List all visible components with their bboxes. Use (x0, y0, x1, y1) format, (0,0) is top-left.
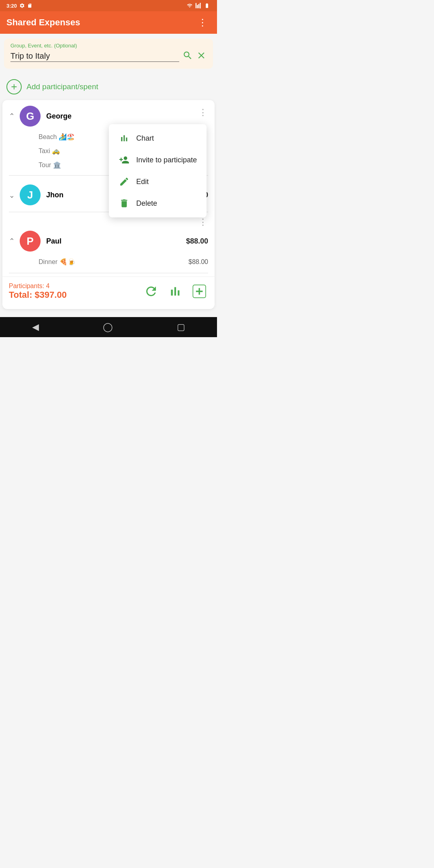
invite-menu-icon (119, 155, 130, 165)
plus-icon (10, 82, 18, 91)
app-menu-button[interactable]: ⋮ (194, 14, 211, 31)
delete-menu-label: Delete (136, 199, 157, 208)
george-collapse-btn[interactable]: ⌃ (9, 112, 15, 121)
paul-more-button[interactable]: ⋮ (2, 215, 211, 229)
paul-avatar: P (20, 231, 41, 252)
battery-icon (203, 3, 211, 8)
signal-icon (195, 3, 201, 8)
settings-icon (19, 3, 25, 8)
refresh-button[interactable] (142, 283, 160, 300)
clear-icon (196, 50, 207, 61)
search-input[interactable] (10, 51, 179, 62)
george-name: George (46, 112, 208, 121)
add-export-button[interactable] (190, 283, 208, 300)
app-bar: Shared Expenses ⋮ (0, 11, 217, 34)
search-icon (182, 50, 193, 61)
nav-back-button[interactable]: ◀ (24, 319, 47, 336)
footer-actions (142, 283, 208, 300)
sdcard-icon (27, 3, 32, 8)
search-box: Group, Event, etc. (Optional) (4, 39, 213, 69)
footer-bar: Participants: 4 Total: $397.00 (2, 276, 215, 305)
chart-menu-label: Chart (136, 134, 154, 143)
chart-footer-icon (168, 284, 182, 299)
paul-amount: $88.00 (186, 237, 208, 246)
jhon-expand-btn[interactable]: ⌃ (9, 190, 15, 199)
clear-button[interactable] (196, 50, 207, 63)
totals-section: Participants: 4 Total: $397.00 (9, 283, 67, 300)
jhon-avatar: J (20, 184, 41, 205)
edit-menu-label: Edit (136, 178, 149, 186)
menu-item-chart[interactable]: Chart (109, 127, 207, 149)
context-menu: Chart Invite to participate Edit Delete (109, 124, 207, 217)
menu-item-edit[interactable]: Edit (109, 171, 207, 192)
nav-recent-button[interactable]: ▢ (169, 319, 193, 336)
invite-menu-label: Invite to participate (136, 156, 197, 164)
nav-bar: ◀ ◯ ▢ (0, 317, 217, 337)
divider-paul-footer (9, 273, 208, 273)
paul-expense-dinner: Dinner 🍕🍺 $88.00 (2, 255, 215, 269)
paul-row: ⌃ P Paul $88.00 (2, 229, 215, 255)
participants-count: Participants: 4 (9, 283, 67, 290)
menu-item-delete[interactable]: Delete (109, 192, 207, 214)
refresh-icon (144, 284, 158, 299)
add-participant-label: Add participant/spent (27, 82, 98, 91)
total-amount: Total: $397.00 (9, 290, 67, 300)
chart-button[interactable] (166, 283, 184, 300)
status-bar: 3:20 (0, 0, 217, 11)
wifi-icon (186, 3, 193, 8)
search-label: Group, Event, etc. (Optional) (10, 43, 207, 49)
chart-menu-icon (119, 133, 130, 143)
menu-item-invite[interactable]: Invite to participate (109, 149, 207, 171)
search-button[interactable] (182, 50, 193, 63)
edit-menu-icon (119, 176, 130, 187)
participants-card: ⋮ Chart Invite to participate Edit Delet… (2, 100, 215, 309)
status-time: 3:20 (6, 3, 17, 9)
nav-home-button[interactable]: ◯ (95, 319, 121, 336)
delete-menu-icon (119, 198, 130, 209)
george-avatar: G (20, 106, 41, 127)
add-participant-button[interactable]: Add participant/spent (0, 74, 217, 100)
add-export-icon (191, 283, 207, 299)
paul-name: Paul (46, 237, 186, 246)
add-circle-icon (6, 79, 22, 94)
paul-collapse-btn[interactable]: ⌃ (9, 237, 15, 246)
app-title: Shared Expenses (6, 17, 80, 28)
